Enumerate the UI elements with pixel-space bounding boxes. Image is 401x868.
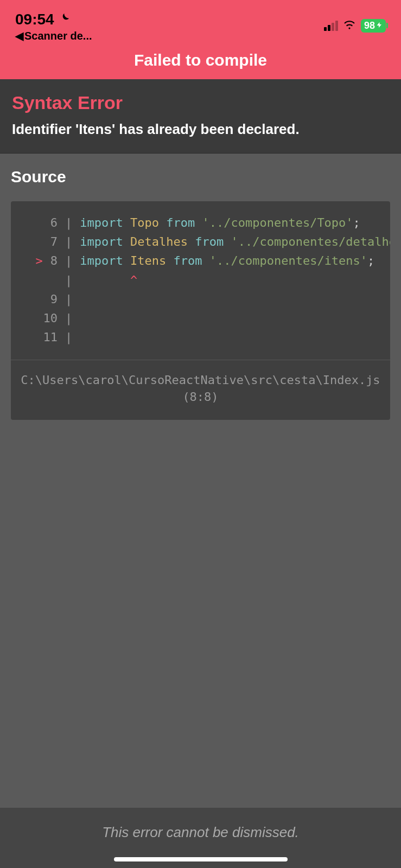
code-lines: 6|import Topo from '../componentes/Topo'… xyxy=(11,201,390,360)
status-right: 98 xyxy=(324,11,386,34)
gutter-pipe: | xyxy=(65,290,72,309)
code-content: import Topo from '../componentes/Topo'; xyxy=(80,213,360,232)
status-left: 09:54 ◀ Scanner de... xyxy=(15,11,92,42)
charging-icon xyxy=(376,20,383,31)
file-path-text: C:\Users\carol\CursoReactNative\src\cest… xyxy=(20,372,381,389)
gutter-pipe: | xyxy=(65,232,72,251)
gutter-pipe: | xyxy=(65,213,72,232)
footer-note: This error cannot be dismissed. xyxy=(0,824,401,841)
gutter-pipe: | xyxy=(65,309,72,328)
code-content: import Itens from '../componentes/itens'… xyxy=(80,251,374,270)
code-line: 9| xyxy=(20,290,381,309)
battery-percent: 98 xyxy=(364,20,375,31)
back-app-label: Scanner de... xyxy=(24,30,92,42)
gutter: 11 xyxy=(20,328,58,347)
code-block: 6|import Topo from '../componentes/Topo'… xyxy=(11,201,390,420)
gutter-pipe: | xyxy=(65,271,72,290)
code-line: 6|import Topo from '../componentes/Topo'… xyxy=(20,213,381,232)
file-path: C:\Users\carol\CursoReactNative\src\cest… xyxy=(11,360,390,420)
code-line: 11| xyxy=(20,328,381,347)
source-heading: Source xyxy=(11,168,390,186)
gutter xyxy=(20,271,58,290)
code-line: | ^ xyxy=(20,271,381,290)
home-indicator[interactable] xyxy=(114,857,288,861)
file-location: (8:8) xyxy=(20,389,381,406)
battery-indicator: 98 xyxy=(361,19,386,33)
cellular-signal-icon xyxy=(324,21,338,31)
error-type: Syntax Error xyxy=(12,92,389,113)
code-line: 10| xyxy=(20,309,381,328)
gutter: 7 xyxy=(20,232,58,251)
code-content: ^ xyxy=(80,271,137,290)
gutter: 6 xyxy=(20,213,58,232)
gutter: 9 xyxy=(20,290,58,309)
code-content: import Detalhes from '../componentes/det… xyxy=(80,232,390,251)
status-bar: 09:54 ◀ Scanner de... 98 xyxy=(0,0,401,46)
error-header: Syntax Error Identifier 'Itens' has alre… xyxy=(0,79,401,154)
code-line: >8|import Itens from '../componentes/ite… xyxy=(20,251,381,270)
gutter: >8 xyxy=(20,251,58,270)
status-time: 09:54 xyxy=(15,11,92,28)
clock-time: 09:54 xyxy=(15,11,54,28)
code-line: 7|import Detalhes from '../componentes/d… xyxy=(20,232,381,251)
body-area: Source 6|import Topo from '../componente… xyxy=(0,154,401,434)
wifi-icon xyxy=(342,17,357,34)
do-not-disturb-icon xyxy=(59,12,71,27)
gutter-pipe: | xyxy=(65,251,72,270)
footer-bar: This error cannot be dismissed. xyxy=(0,808,401,868)
page-title: Failed to compile xyxy=(0,51,401,69)
gutter: 10 xyxy=(20,309,58,328)
title-bar: Failed to compile xyxy=(0,46,401,79)
error-message: Identifier 'Itens' has already been decl… xyxy=(12,121,389,138)
gutter-pipe: | xyxy=(65,328,72,347)
back-to-app-link[interactable]: ◀ Scanner de... xyxy=(15,29,92,42)
back-caret-icon: ◀ xyxy=(15,29,23,42)
